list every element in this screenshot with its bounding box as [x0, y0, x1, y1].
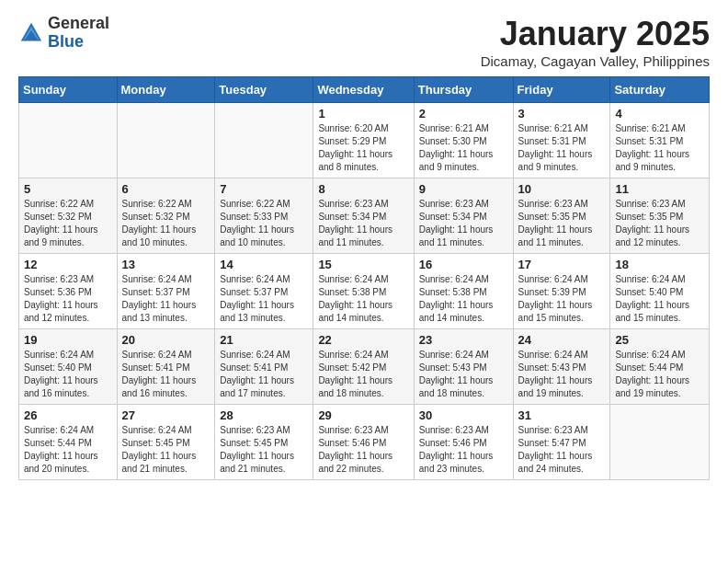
calendar-cell: 18Sunrise: 6:24 AM Sunset: 5:40 PM Dayli… — [610, 254, 710, 329]
day-number: 1 — [318, 107, 408, 121]
calendar-day-header: Monday — [117, 77, 215, 103]
calendar-cell: 13Sunrise: 6:24 AM Sunset: 5:37 PM Dayli… — [117, 254, 215, 329]
day-number: 8 — [318, 182, 408, 196]
day-number: 13 — [122, 258, 210, 271]
calendar-week-row: 12Sunrise: 6:23 AM Sunset: 5:36 PM Dayli… — [19, 254, 710, 329]
day-info: Sunrise: 6:24 AM Sunset: 5:41 PM Dayligh… — [220, 349, 308, 400]
day-info: Sunrise: 6:24 AM Sunset: 5:37 PM Dayligh… — [220, 273, 308, 325]
calendar-cell: 11Sunrise: 6:23 AM Sunset: 5:35 PM Dayli… — [610, 178, 710, 254]
calendar-cell — [117, 103, 215, 178]
day-number: 7 — [220, 182, 308, 196]
day-number: 11 — [615, 182, 704, 196]
calendar-day-header: Saturday — [610, 77, 710, 103]
logo-blue-text: Blue — [48, 33, 109, 52]
day-info: Sunrise: 6:24 AM Sunset: 5:45 PM Dayligh… — [122, 424, 210, 476]
calendar-cell: 2Sunrise: 6:21 AM Sunset: 5:30 PM Daylig… — [414, 103, 513, 178]
day-number: 3 — [518, 107, 606, 121]
calendar-cell: 9Sunrise: 6:23 AM Sunset: 5:34 PM Daylig… — [414, 178, 513, 254]
calendar-cell: 6Sunrise: 6:22 AM Sunset: 5:32 PM Daylig… — [117, 178, 215, 254]
calendar-day-header: Sunday — [19, 77, 118, 103]
calendar-table: SundayMondayTuesdayWednesdayThursdayFrid… — [18, 76, 710, 480]
day-info: Sunrise: 6:23 AM Sunset: 5:34 PM Dayligh… — [419, 198, 508, 249]
day-number: 30 — [419, 408, 508, 422]
calendar-cell: 5Sunrise: 6:22 AM Sunset: 5:32 PM Daylig… — [19, 178, 118, 254]
day-number: 9 — [419, 182, 508, 196]
day-info: Sunrise: 6:24 AM Sunset: 5:40 PM Dayligh… — [615, 273, 704, 325]
calendar-cell: 17Sunrise: 6:24 AM Sunset: 5:39 PM Dayli… — [513, 254, 610, 329]
day-info: Sunrise: 6:23 AM Sunset: 5:46 PM Dayligh… — [318, 424, 408, 476]
day-number: 31 — [518, 408, 606, 422]
calendar-cell: 31Sunrise: 6:23 AM Sunset: 5:47 PM Dayli… — [513, 405, 610, 480]
calendar-cell: 15Sunrise: 6:24 AM Sunset: 5:38 PM Dayli… — [313, 254, 414, 329]
calendar-cell: 25Sunrise: 6:24 AM Sunset: 5:44 PM Dayli… — [610, 329, 710, 405]
day-number: 17 — [518, 258, 606, 271]
calendar-cell: 20Sunrise: 6:24 AM Sunset: 5:41 PM Dayli… — [117, 329, 215, 405]
day-info: Sunrise: 6:24 AM Sunset: 5:41 PM Dayligh… — [122, 349, 210, 400]
calendar-cell: 21Sunrise: 6:24 AM Sunset: 5:41 PM Dayli… — [215, 329, 313, 405]
day-info: Sunrise: 6:22 AM Sunset: 5:32 PM Dayligh… — [24, 198, 112, 249]
day-info: Sunrise: 6:23 AM Sunset: 5:35 PM Dayligh… — [518, 198, 606, 249]
day-number: 14 — [220, 258, 308, 271]
day-info: Sunrise: 6:20 AM Sunset: 5:29 PM Dayligh… — [318, 122, 408, 174]
calendar-cell: 30Sunrise: 6:23 AM Sunset: 5:46 PM Dayli… — [414, 405, 513, 480]
day-number: 19 — [24, 333, 112, 347]
day-number: 21 — [220, 333, 308, 347]
month-title: January 2025 — [481, 15, 710, 53]
calendar-day-header: Tuesday — [215, 77, 313, 103]
calendar-cell — [610, 405, 710, 480]
day-number: 4 — [615, 107, 704, 121]
day-number: 26 — [24, 408, 112, 422]
calendar-cell: 10Sunrise: 6:23 AM Sunset: 5:35 PM Dayli… — [513, 178, 610, 254]
day-info: Sunrise: 6:24 AM Sunset: 5:42 PM Dayligh… — [318, 349, 408, 400]
day-number: 6 — [122, 182, 210, 196]
day-number: 5 — [24, 182, 112, 196]
day-info: Sunrise: 6:24 AM Sunset: 5:37 PM Dayligh… — [122, 273, 210, 325]
calendar-cell — [215, 103, 313, 178]
day-number: 23 — [419, 333, 508, 347]
calendar-day-header: Thursday — [414, 77, 513, 103]
day-info: Sunrise: 6:21 AM Sunset: 5:30 PM Dayligh… — [419, 122, 508, 174]
calendar-day-header: Friday — [513, 77, 610, 103]
day-info: Sunrise: 6:22 AM Sunset: 5:32 PM Dayligh… — [122, 198, 210, 249]
day-info: Sunrise: 6:24 AM Sunset: 5:43 PM Dayligh… — [518, 349, 606, 400]
calendar-cell: 8Sunrise: 6:23 AM Sunset: 5:34 PM Daylig… — [313, 178, 414, 254]
day-info: Sunrise: 6:24 AM Sunset: 5:38 PM Dayligh… — [419, 273, 508, 325]
page-header: General Blue January 2025 Dicamay, Cagay… — [18, 15, 710, 69]
calendar-week-row: 5Sunrise: 6:22 AM Sunset: 5:32 PM Daylig… — [19, 178, 710, 254]
calendar-cell: 24Sunrise: 6:24 AM Sunset: 5:43 PM Dayli… — [513, 329, 610, 405]
calendar-cell: 28Sunrise: 6:23 AM Sunset: 5:45 PM Dayli… — [215, 405, 313, 480]
day-info: Sunrise: 6:24 AM Sunset: 5:43 PM Dayligh… — [419, 349, 508, 400]
day-number: 16 — [419, 258, 508, 271]
day-number: 25 — [615, 333, 704, 347]
day-number: 24 — [518, 333, 606, 347]
day-number: 10 — [518, 182, 606, 196]
calendar-cell: 29Sunrise: 6:23 AM Sunset: 5:46 PM Dayli… — [313, 405, 414, 480]
calendar-cell: 3Sunrise: 6:21 AM Sunset: 5:31 PM Daylig… — [513, 103, 610, 178]
day-number: 18 — [615, 258, 704, 271]
calendar-cell — [19, 103, 118, 178]
calendar-cell: 1Sunrise: 6:20 AM Sunset: 5:29 PM Daylig… — [313, 103, 414, 178]
calendar-cell: 4Sunrise: 6:21 AM Sunset: 5:31 PM Daylig… — [610, 103, 710, 178]
day-number: 2 — [419, 107, 508, 121]
calendar-header-row: SundayMondayTuesdayWednesdayThursdayFrid… — [19, 77, 710, 103]
day-number: 27 — [122, 408, 210, 422]
day-info: Sunrise: 6:22 AM Sunset: 5:33 PM Dayligh… — [220, 198, 308, 249]
day-info: Sunrise: 6:24 AM Sunset: 5:44 PM Dayligh… — [615, 349, 704, 400]
day-info: Sunrise: 6:21 AM Sunset: 5:31 PM Dayligh… — [615, 122, 704, 174]
calendar-cell: 23Sunrise: 6:24 AM Sunset: 5:43 PM Dayli… — [414, 329, 513, 405]
calendar-cell: 14Sunrise: 6:24 AM Sunset: 5:37 PM Dayli… — [215, 254, 313, 329]
calendar-cell: 12Sunrise: 6:23 AM Sunset: 5:36 PM Dayli… — [19, 254, 118, 329]
calendar-cell: 7Sunrise: 6:22 AM Sunset: 5:33 PM Daylig… — [215, 178, 313, 254]
day-number: 29 — [318, 408, 408, 422]
day-info: Sunrise: 6:24 AM Sunset: 5:38 PM Dayligh… — [318, 273, 408, 325]
day-info: Sunrise: 6:23 AM Sunset: 5:47 PM Dayligh… — [518, 424, 606, 476]
day-info: Sunrise: 6:24 AM Sunset: 5:39 PM Dayligh… — [518, 273, 606, 325]
day-number: 20 — [122, 333, 210, 347]
day-number: 22 — [318, 333, 408, 347]
calendar-cell: 19Sunrise: 6:24 AM Sunset: 5:40 PM Dayli… — [19, 329, 118, 405]
logo-icon — [18, 20, 44, 46]
day-number: 15 — [318, 258, 408, 271]
day-info: Sunrise: 6:24 AM Sunset: 5:44 PM Dayligh… — [24, 424, 112, 476]
location-title: Dicamay, Cagayan Valley, Philippines — [481, 53, 710, 69]
calendar-week-row: 19Sunrise: 6:24 AM Sunset: 5:40 PM Dayli… — [19, 329, 710, 405]
